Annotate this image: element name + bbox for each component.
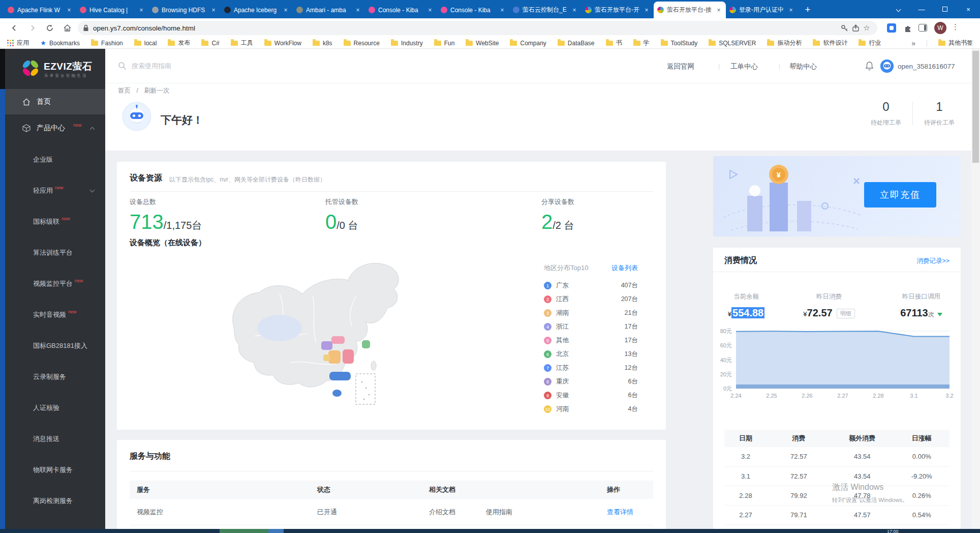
bookmark-folder[interactable]: 学 [633, 39, 650, 47]
browser-tab[interactable]: 萤石开放平台-接 [654, 2, 726, 18]
browser-profile-avatar[interactable]: W [934, 22, 946, 34]
taskbar-app[interactable] [268, 529, 284, 533]
password-key-icon[interactable] [839, 22, 850, 34]
bookmark-folder[interactable]: Fashion [91, 39, 123, 47]
bookmark-folder[interactable]: k8s [313, 39, 332, 47]
consumption-records-link[interactable]: 消费记录>> [916, 257, 950, 265]
forward-icon[interactable] [26, 22, 39, 34]
browser-tab[interactable]: Console - Kiba [365, 2, 437, 18]
sidebar-subitem[interactable]: 国标级联 new [5, 206, 105, 237]
browser-tab[interactable]: Ambari - amba [293, 2, 365, 18]
sidebar-subitem[interactable]: 物联网卡服务 [5, 454, 105, 485]
bookmark-star-icon[interactable]: ☆ [861, 22, 872, 34]
bookmark-folder[interactable]: SQLSERVER [709, 39, 756, 47]
sidebar-item-product-center[interactable]: 产品中心 new [5, 117, 105, 139]
page-scrollbar[interactable] [971, 49, 980, 529]
sidebar-subitem[interactable]: 人证核验 [5, 392, 105, 423]
reload-icon[interactable] [44, 22, 56, 34]
link-ticket-center[interactable]: 工单中心 [730, 62, 758, 71]
link-official-site[interactable]: 返回官网 [667, 62, 694, 71]
side-panel-icon[interactable] [918, 24, 927, 32]
bookmark-folder[interactable]: 软件设计 [813, 39, 847, 47]
user-avatar[interactable] [880, 60, 894, 73]
pending-tickets[interactable]: 0 待处理工单 [864, 100, 908, 127]
rate-tickets[interactable]: 1 待评价工单 [917, 100, 961, 127]
share-icon[interactable] [850, 22, 861, 34]
sidebar-subitem[interactable]: 轻应用 new [5, 175, 105, 206]
tab-close-icon[interactable] [138, 7, 145, 14]
extension-blue-icon[interactable] [887, 23, 896, 33]
search-input[interactable] [132, 62, 254, 70]
apps-shortcut[interactable]: 应用 [7, 39, 29, 47]
bookmark-folder[interactable]: Company [510, 39, 546, 47]
tab-close-icon[interactable] [715, 7, 722, 14]
trend-down-icon[interactable] [937, 313, 942, 316]
sidebar-item-home[interactable]: 首页 [5, 89, 105, 114]
sidebar-subitem[interactable]: 离岗检测服务 [5, 485, 105, 516]
sidebar-subitem[interactable]: 实时音视频 new [5, 299, 105, 330]
bookmark-folder[interactable]: Industry [391, 39, 423, 47]
collapse-arrow-icon[interactable] [90, 127, 95, 132]
bookmark-folder[interactable]: ToolStudy [661, 39, 698, 47]
back-icon[interactable] [8, 22, 20, 34]
bookmark-folder[interactable]: local [134, 39, 157, 47]
tab-close-icon[interactable] [571, 7, 578, 14]
ezviz-logo[interactable]: EZVIZ萤石 乐享安全智能生活 [5, 56, 105, 84]
tab-search-icon[interactable] [886, 0, 910, 18]
browser-tab[interactable]: 登录-用户认证中 [726, 2, 798, 18]
browser-tab[interactable]: Apache Flink W [4, 2, 76, 18]
notification-bell-icon[interactable] [865, 61, 874, 73]
close-button[interactable]: × [957, 0, 980, 18]
browser-tab[interactable]: Browsing HDFS [148, 2, 221, 18]
browser-tab[interactable]: 萤石开放平台-开 [581, 2, 654, 18]
bookmark-folder[interactable]: 发布 [168, 39, 190, 47]
bookmark-folder[interactable]: 振动分析 [767, 39, 802, 47]
tab-close-icon[interactable] [354, 7, 361, 14]
bookmark-item[interactable]: ★ Bookmarks [40, 39, 80, 47]
device-list-link[interactable]: 设备列表 [611, 263, 638, 273]
bookmark-folder[interactable]: 工具 [231, 39, 253, 47]
view-details-link[interactable]: 查看详情 [607, 508, 633, 516]
doc-guide-link[interactable]: 使用指南 [486, 508, 512, 516]
bookmark-folder[interactable]: 行业 [859, 39, 881, 47]
sidebar-subitem[interactable]: 消息推送 [5, 423, 105, 454]
bookmark-folder[interactable]: 书 [606, 39, 622, 47]
bookmark-folder[interactable]: C# [201, 39, 219, 47]
browser-tab[interactable]: 萤石云控制台_E [509, 2, 581, 18]
bookmark-folder[interactable]: Resource [344, 39, 380, 47]
tab-close-icon[interactable] [426, 7, 434, 14]
sidebar-subitem[interactable]: 云录制服务 [5, 361, 105, 392]
scrollbar-thumb[interactable] [972, 51, 979, 163]
sidebar-subitem[interactable]: 国标GB28181接入 [5, 330, 105, 361]
extensions-puzzle-icon[interactable] [902, 22, 914, 34]
bookmark-folder[interactable]: Fun [434, 39, 455, 47]
bookmark-folder[interactable]: DataBase [558, 39, 595, 47]
sidebar-subitem[interactable]: 算法训练平台 [5, 237, 105, 268]
bookmark-folder[interactable]: WebSite [466, 39, 499, 47]
url-bar[interactable]: open.ys7.com/console/home.html ☆ [78, 21, 877, 35]
tab-close-icon[interactable] [787, 7, 794, 14]
tab-close-icon[interactable] [210, 7, 217, 14]
detail-tag-button[interactable]: 明细 [837, 309, 855, 318]
new-tab-button[interactable]: + [800, 2, 815, 17]
link-help-center[interactable]: 帮助中心 [789, 62, 817, 71]
minimize-button[interactable]: — [910, 0, 933, 18]
browser-menu-icon[interactable]: ⋮ [952, 22, 959, 32]
sidebar-subitem[interactable]: 视频监控平台 new [5, 268, 105, 299]
tab-close-icon[interactable] [643, 7, 650, 14]
bookmark-folder[interactable]: WorkFlow [264, 39, 301, 47]
breadcrumb-home[interactable]: 首页 [118, 87, 131, 94]
username[interactable]: open_3581616077 [898, 63, 955, 70]
browser-tab[interactable]: Apache Iceberg [221, 2, 293, 18]
recharge-button[interactable]: 立即充值 [864, 182, 936, 208]
other-bookmarks[interactable]: 其他书签 [938, 39, 973, 47]
maximize-button[interactable] [933, 0, 957, 18]
tab-close-icon[interactable] [282, 7, 289, 14]
taskbar-app-active[interactable] [220, 529, 268, 533]
browser-tab[interactable]: Console - Kiba [437, 2, 509, 18]
sidebar-subitem[interactable]: 企业版 [5, 144, 105, 175]
bookmarks-overflow-chevron[interactable]: » [911, 39, 915, 47]
home-icon[interactable] [61, 22, 73, 34]
tab-close-icon[interactable] [499, 7, 506, 14]
browser-tab[interactable]: Hive Catalog | [76, 2, 148, 18]
